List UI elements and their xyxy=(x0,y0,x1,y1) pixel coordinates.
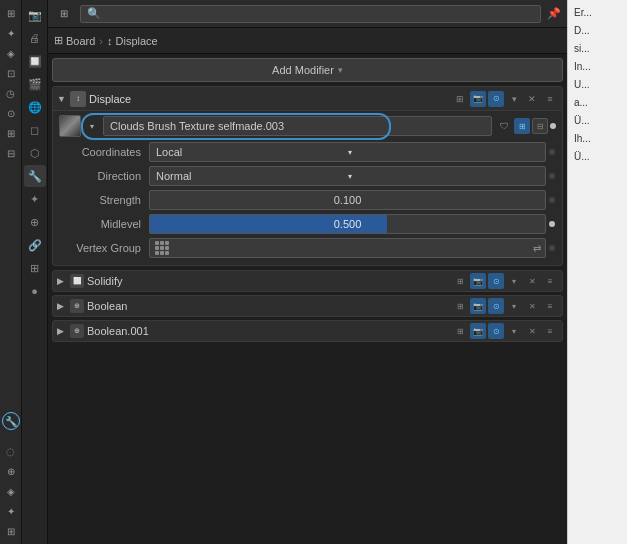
prop-particles-icon[interactable]: ✦ xyxy=(24,188,46,210)
toolbar-icon-7[interactable]: ⊞ xyxy=(2,124,20,142)
solidify-modifier[interactable]: ▶ ⬜ Solidify ⊞ 📷 ⊙ ▾ ✕ ≡ xyxy=(52,270,563,292)
search-bar[interactable]: 🔍 xyxy=(80,5,541,23)
add-modifier-button[interactable]: Add Modifier ▾ xyxy=(52,58,563,82)
texture-name-text: Clouds Brush Texture selfmade.003 xyxy=(110,120,284,132)
texture-preview[interactable] xyxy=(59,115,81,137)
direction-text: Normal xyxy=(156,170,348,182)
vertex-group-swap-icon[interactable]: ⇄ xyxy=(533,243,541,254)
toolbar-icon-2[interactable]: ✦ xyxy=(2,24,20,42)
texture-shield-icon[interactable]: 🛡 xyxy=(496,118,512,134)
direction-dropdown[interactable]: Normal ▾ xyxy=(149,166,546,186)
boolean-render-icon[interactable]: ⊙ xyxy=(488,298,504,314)
boolean-modifier[interactable]: ▶ ⊕ Boolean ⊞ 📷 ⊙ ▾ ✕ ≡ xyxy=(52,295,563,317)
coords-dot xyxy=(546,149,556,155)
solidify-dropdown[interactable]: ▾ xyxy=(506,273,522,289)
strength-field[interactable]: 0.100 xyxy=(149,190,546,210)
toolbar-wrench-icon[interactable]: 🔧 xyxy=(2,412,20,430)
displace-modifier-body: ▾ Clouds Brush Texture selfmade.003 🛡 ⊞ … xyxy=(53,111,562,265)
boolean-001-expand-arrow[interactable]: ▶ xyxy=(57,326,67,336)
strength-text: 0.100 xyxy=(334,194,362,206)
toolbar-icon-9[interactable]: ◌ xyxy=(2,442,20,460)
pin-button[interactable]: 📌 xyxy=(547,7,561,20)
vertex-group-field[interactable]: ⇄ xyxy=(149,238,546,258)
prop-output-icon[interactable]: 🖨 xyxy=(24,27,46,49)
boolean-dropdown[interactable]: ▾ xyxy=(506,298,522,314)
vertex-group-label: Vertex Group xyxy=(59,242,149,254)
displace-menu-icon[interactable]: ≡ xyxy=(542,91,558,107)
solidify-render-icon[interactable]: ⊙ xyxy=(488,273,504,289)
boolean-001-close[interactable]: ✕ xyxy=(524,323,540,339)
prop-view-icon[interactable]: 🔲 xyxy=(24,50,46,72)
midlevel-field[interactable]: 0.500 xyxy=(149,214,546,234)
coordinates-text: Local xyxy=(156,146,348,158)
displace-camera-icon[interactable]: 📷 xyxy=(470,91,486,107)
solidify-expand-arrow[interactable]: ▶ xyxy=(57,276,67,286)
displace-header-icons: ⊞ 📷 ⊙ ▾ ✕ ≡ xyxy=(452,91,558,107)
direction-row: Direction Normal ▾ xyxy=(59,165,556,187)
prop-world-icon[interactable]: 🌐 xyxy=(24,96,46,118)
left-toolbar: ⊞ ✦ ◈ ⊡ ◷ ⊙ ⊞ ⊟ 🔧 ◌ ⊕ ◈ ✦ ⊞ xyxy=(0,0,22,544)
vertex-group-row: Vertex Group ⇄ xyxy=(59,237,556,259)
toolbar-icon-11[interactable]: ◈ xyxy=(2,482,20,500)
properties-panel: 📷 🖨 🔲 🎬 🌐 ◻ ⬡ 🔧 ✦ ⊕ 🔗 ⊞ ● xyxy=(22,0,48,544)
vertex-group-grid-icon xyxy=(154,240,170,256)
boolean-001-menu[interactable]: ≡ xyxy=(542,323,558,339)
solidify-camera-icon[interactable]: 📷 xyxy=(470,273,486,289)
midlevel-row: Midlevel 0.500 xyxy=(59,213,556,235)
displace-filter-icon[interactable]: ⊞ xyxy=(452,91,468,107)
breadcrumb-board[interactable]: ⊞ Board xyxy=(54,34,95,47)
prop-scene-icon[interactable]: 🎬 xyxy=(24,73,46,95)
prop-constraints-icon[interactable]: 🔗 xyxy=(24,234,46,256)
sidebar-text-2: D... xyxy=(574,24,621,38)
prop-data-icon[interactable]: ⊞ xyxy=(24,257,46,279)
displace-icon: ↕ xyxy=(107,35,113,47)
sidebar-text-6: a... xyxy=(574,96,621,110)
coordinates-dropdown[interactable]: Local ▾ xyxy=(149,142,546,162)
toolbar-icon-4[interactable]: ⊡ xyxy=(2,64,20,82)
boolean-camera-icon[interactable]: 📷 xyxy=(470,298,486,314)
boolean-filter-icon[interactable]: ⊞ xyxy=(452,298,468,314)
toolbar-icon-1[interactable]: ⊞ xyxy=(2,4,20,22)
displace-dropdown-arrow[interactable]: ▾ xyxy=(506,91,522,107)
toolbar-icon-8[interactable]: ⊟ xyxy=(2,144,20,162)
prop-object-icon[interactable]: ◻ xyxy=(24,119,46,141)
prop-modifier-icon[interactable]: 🔧 xyxy=(24,165,46,187)
breadcrumb-displace[interactable]: ↕ Displace xyxy=(107,35,158,47)
boolean-name: Boolean xyxy=(87,300,449,312)
displace-render-icon[interactable]: ⊙ xyxy=(488,91,504,107)
solidify-menu[interactable]: ≡ xyxy=(542,273,558,289)
toolbar-icon-5[interactable]: ◷ xyxy=(2,84,20,102)
prop-render-icon[interactable]: 📷 xyxy=(24,4,46,26)
toolbar-icon-13[interactable]: ⊞ xyxy=(2,522,20,540)
boolean-001-camera-icon[interactable]: 📷 xyxy=(470,323,486,339)
boolean-001-dropdown[interactable]: ▾ xyxy=(506,323,522,339)
solidify-close[interactable]: ✕ xyxy=(524,273,540,289)
toolbar-icon-6[interactable]: ⊙ xyxy=(2,104,20,122)
modifiers-scroll-area[interactable]: Add Modifier ▾ ▼ ↕ Displace ⊞ 📷 ⊙ ▾ ✕ ≡ xyxy=(48,54,567,544)
texture-grid-icon[interactable]: ⊟ xyxy=(532,118,548,134)
boolean-001-render-icon[interactable]: ⊙ xyxy=(488,323,504,339)
prop-material-icon[interactable]: ● xyxy=(24,280,46,302)
prop-physics-icon[interactable]: ⊕ xyxy=(24,211,46,233)
toolbar-icon-10[interactable]: ⊕ xyxy=(2,462,20,480)
texture-copy-icon[interactable]: ⊞ xyxy=(514,118,530,134)
displace-modifier-header[interactable]: ▼ ↕ Displace ⊞ 📷 ⊙ ▾ ✕ ≡ xyxy=(53,87,562,111)
texture-name-field[interactable]: Clouds Brush Texture selfmade.003 xyxy=(103,116,492,136)
displace-expand-arrow[interactable]: ▼ xyxy=(57,94,67,104)
prop-mesh-icon[interactable]: ⬡ xyxy=(24,142,46,164)
texture-dropdown-arrow[interactable]: ▾ xyxy=(85,115,99,137)
strength-label: Strength xyxy=(59,194,149,206)
solidify-filter-icon[interactable]: ⊞ xyxy=(452,273,468,289)
boolean-close[interactable]: ✕ xyxy=(524,298,540,314)
coordinates-label: Coordinates xyxy=(59,146,149,158)
displace-close-icon[interactable]: ✕ xyxy=(524,91,540,107)
solidify-icon: ⬜ xyxy=(70,274,84,288)
toolbar-icon-3[interactable]: ◈ xyxy=(2,44,20,62)
boolean-001-filter-icon[interactable]: ⊞ xyxy=(452,323,468,339)
displace-mod-icon: ↕ xyxy=(70,91,86,107)
toolbar-icon-12[interactable]: ✦ xyxy=(2,502,20,520)
boolean-expand-arrow[interactable]: ▶ xyxy=(57,301,67,311)
boolean-menu[interactable]: ≡ xyxy=(542,298,558,314)
boolean-001-modifier[interactable]: ▶ ⊕ Boolean.001 ⊞ 📷 ⊙ ▾ ✕ ≡ xyxy=(52,320,563,342)
header-icon[interactable]: ⊞ xyxy=(54,4,74,24)
